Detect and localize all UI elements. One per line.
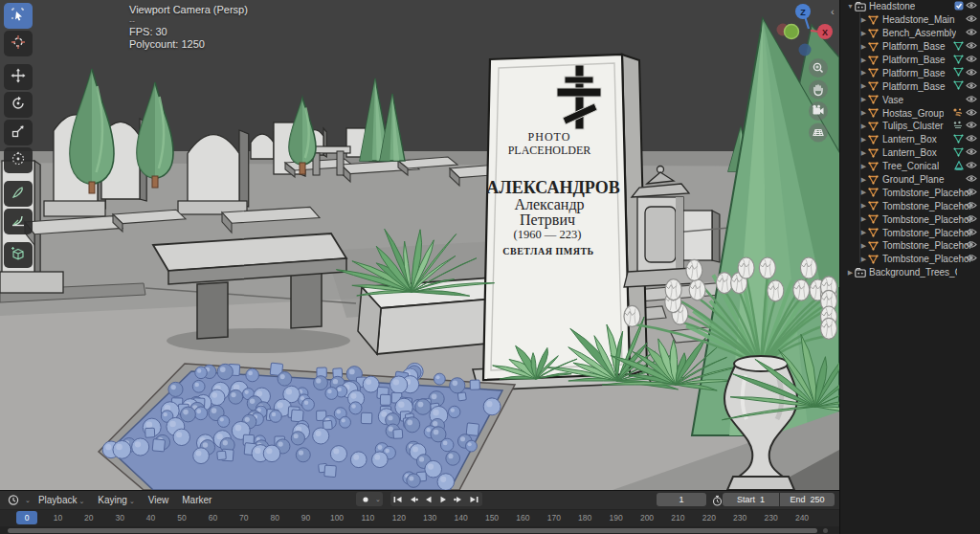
add-cube-tool[interactable] [4,242,33,268]
collapse-arrow-icon[interactable]: ▶ [859,215,868,223]
menu-playback[interactable]: Playback⌄ [38,495,84,505]
visibility-eye-icon[interactable] [966,41,977,52]
visibility-eye-icon[interactable] [966,240,977,251]
editor-type-button[interactable] [6,493,21,507]
visibility-eye-icon[interactable] [966,121,977,131]
visibility-eye-icon[interactable] [966,108,977,119]
outliner-row-tombstone_placehok[interactable]: ▶Tombstone_Placehok [840,253,980,266]
prev-keyframe-button[interactable] [406,492,421,506]
collapse-arrow-icon[interactable]: ▶ [846,269,855,277]
outliner-row-lantern_box[interactable]: ▶Lantern_Box [840,146,980,160]
collapse-arrow-icon[interactable]: ▶ [859,16,868,24]
measure-tool[interactable] [4,209,33,234]
collapse-arrow-icon[interactable]: ▶ [859,136,868,144]
select-box-tool[interactable] [4,3,33,29]
cursor-3d-tool[interactable] [4,31,33,56]
end-frame-field[interactable]: End 250 [780,493,835,506]
grid-ortho-button[interactable] [809,123,828,143]
expand-arrow-icon[interactable]: ▼ [846,3,855,10]
headstone-main-mesh[interactable]: PHOTO PLACEHOLDER АЛЕКСАНДРОВ Александр … [483,55,647,380]
collapse-arrow-icon[interactable]: ▶ [859,189,868,196]
timeline-scrollbar[interactable] [8,528,817,533]
visibility-eye-icon[interactable] [966,188,977,198]
collapse-arrow-icon[interactable]: ▶ [859,43,868,51]
collapse-arrow-icon[interactable]: ▶ [859,176,868,184]
play-reverse-button[interactable] [421,492,436,506]
visibility-eye-icon[interactable] [966,174,977,185]
outliner-row-tombstone_placehok[interactable]: ▶Tombstone_Placehok [840,186,980,199]
outliner-row-vase[interactable]: ▶Vase [840,93,980,106]
frame-number-field[interactable]: 1 [657,493,706,506]
outliner-row-ground_plane[interactable]: ▶Ground_Plane [840,173,980,187]
visibility-eye-icon[interactable] [966,214,977,225]
visibility-eye-icon[interactable] [966,1,977,11]
outliner-row-hostas_group[interactable]: ▶Hostas_Group [840,106,980,120]
outliner-row-tombstone_placehok[interactable]: ▶Tombstone_Placehok [840,199,980,212]
menu-marker[interactable]: Marker [182,495,212,505]
visibility-eye-icon[interactable] [966,28,977,38]
visibility-eye-icon[interactable] [966,147,977,158]
collapse-arrow-icon[interactable]: ▶ [859,122,868,130]
menu-view[interactable]: View [148,495,169,505]
editor-type-caret[interactable]: ⌄ [25,497,31,504]
collapse-arrow-icon[interactable]: ▶ [859,56,868,64]
collapse-arrow-icon[interactable]: ▶ [859,69,868,77]
jump-to-start-button[interactable] [390,492,406,506]
outliner-row-tombstone_placehok[interactable]: ▶Tombstone_Placehok [840,226,980,239]
transform-tool[interactable] [4,147,33,173]
outliner-row-tulips_cluster[interactable]: ▶Tulips_Cluster [840,120,980,133]
visibility-eye-icon[interactable] [966,81,977,92]
viewport-canvas[interactable]: PHOTO PLACEHOLDER АЛЕКСАНДРОВ Александр … [0,0,839,490]
axis-y-handle[interactable] [785,25,799,39]
move-tool[interactable] [4,64,33,90]
outliner-row-headstone[interactable]: ▼Headstone [840,0,980,13]
visibility-eye-icon[interactable] [966,161,977,171]
visibility-eye-icon[interactable] [966,228,977,238]
collection-checkbox[interactable] [954,1,964,12]
outliner-row-background_trees_cone[interactable]: ▶Background_Trees_Cone [840,266,980,279]
record-options-caret[interactable]: ⌄ [375,496,381,503]
visibility-eye-icon[interactable] [966,134,977,145]
collapse-arrow-icon[interactable]: ▶ [859,242,868,250]
visibility-eye-icon[interactable] [966,55,977,65]
scale-tool[interactable] [4,120,33,145]
rotate-tool[interactable] [4,92,33,118]
sidebar-collapse-chevron[interactable]: ‹ [831,6,835,17]
play-button[interactable] [436,492,452,506]
jump-to-end-button[interactable] [467,492,482,506]
outliner-row-headstone_main[interactable]: ▶Headstone_Main [840,13,980,27]
next-keyframe-button[interactable] [452,492,467,506]
collapse-arrow-icon[interactable]: ▶ [859,256,868,263]
visibility-eye-icon[interactable] [966,68,977,78]
collapse-arrow-icon[interactable]: ▶ [859,96,868,103]
outliner-row-lantern_box[interactable]: ▶Lantern_Box [840,133,980,146]
viewport-3d[interactable]: PHOTO PLACEHOLDER АЛЕКСАНДРОВ Александр … [0,0,839,490]
outliner-row-tombstone_placehok[interactable]: ▶Tombstone_Placehok [840,239,980,253]
current-frame-indicator[interactable]: 0 [16,511,37,524]
annotate-tool[interactable] [4,181,33,207]
collapse-arrow-icon[interactable]: ▶ [859,109,868,117]
record-button[interactable] [358,492,373,506]
collapse-arrow-icon[interactable]: ▶ [859,82,868,90]
axis-neg-z-handle[interactable] [799,44,812,56]
visibility-eye-icon[interactable] [966,95,977,105]
visibility-eye-icon[interactable] [966,254,977,264]
outliner-row-bench_assembly[interactable]: ▶Bench_Assembly [840,27,980,40]
outliner-row-platform_base[interactable]: ▶Platform_Base [840,79,980,93]
visibility-eye-icon[interactable] [966,201,977,211]
outliner-row-platform_base[interactable]: ▶Platform_Base [840,54,980,67]
outliner-row-platform_base[interactable]: ▶Platform_Base [840,66,980,79]
collapse-arrow-icon[interactable]: ▶ [859,163,868,170]
outliner-row-platform_base[interactable]: ▶Platform_Base [840,40,980,54]
outliner-row-tree_conical[interactable]: ▶Tree_Conical [840,160,980,173]
timeline-ruler[interactable]: 0102030405060708090100110120130140150160… [0,510,839,526]
collapse-arrow-icon[interactable]: ▶ [859,30,868,37]
collapse-arrow-icon[interactable]: ▶ [859,229,868,236]
visibility-eye-icon[interactable] [966,14,977,25]
zoom-button[interactable] [809,58,828,78]
collapse-arrow-icon[interactable]: ▶ [859,149,868,157]
outliner-row-tombstone_placehok[interactable]: ▶Tombstone_Placehok [840,212,980,226]
collapse-arrow-icon[interactable]: ▶ [859,202,868,210]
start-frame-field[interactable]: Start 1 [723,493,779,506]
menu-keying[interactable]: Kaying⌄ [98,495,134,505]
